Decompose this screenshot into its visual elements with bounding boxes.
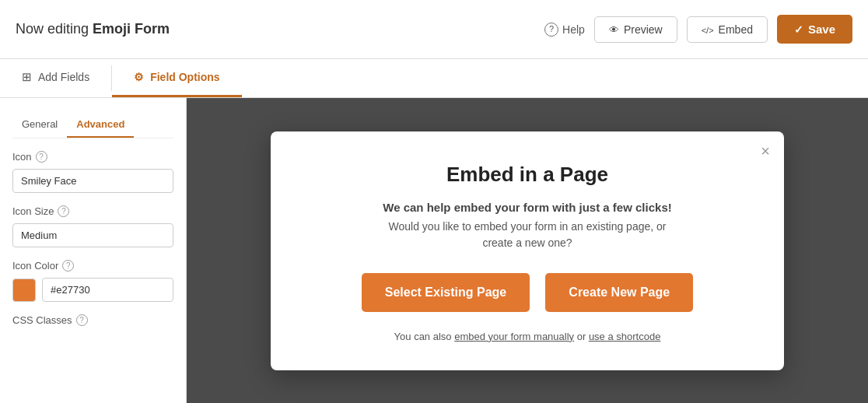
sub-tab-advanced[interactable]: Advanced	[67, 114, 134, 138]
embed-button[interactable]: Embed	[687, 16, 768, 43]
add-fields-label: Add Fields	[38, 71, 89, 83]
color-input-row	[12, 278, 173, 302]
preview-button[interactable]: Preview	[594, 16, 677, 43]
header-actions: Help Preview Embed Save	[544, 15, 852, 44]
sub-tab-general[interactable]: General	[12, 114, 67, 138]
modal-footer: You can also embed your form manually or…	[310, 331, 745, 342]
sub-tabs: General Advanced	[12, 114, 173, 138]
help-button[interactable]: Help	[544, 22, 585, 37]
select-existing-page-button[interactable]: Select Existing Page	[362, 273, 530, 312]
header-title: Now editing Emoji Form	[16, 21, 532, 37]
modal-footer-or: or	[574, 331, 589, 342]
css-classes-field-label: CSS Classes ?	[12, 314, 173, 326]
embed-modal: × Embed in a Page We can help embed your…	[271, 131, 784, 370]
modal-close-button[interactable]: ×	[761, 142, 770, 160]
modal-buttons: Select Existing Page Create New Page	[310, 273, 745, 312]
check-icon	[794, 23, 803, 36]
header: Now editing Emoji Form Help Preview Embe…	[0, 0, 868, 59]
tab-add-fields[interactable]: Add Fields	[0, 59, 111, 97]
help-label: Help	[562, 23, 585, 36]
field-options-label: Field Options	[150, 71, 219, 83]
preview-label: Preview	[624, 23, 663, 36]
code-icon	[702, 23, 714, 36]
icon-field-label: Icon ?	[12, 151, 173, 163]
color-swatch[interactable]	[12, 279, 36, 302]
icon-size-field-label: Icon Size ?	[12, 205, 173, 217]
icon-color-field-label: Icon Color ?	[12, 260, 173, 272]
embed-label: Embed	[719, 23, 753, 36]
icon-help-icon: ?	[36, 151, 47, 163]
css-classes-help-icon: ?	[76, 314, 88, 326]
modal-desc: Would you like to embed your form in an …	[310, 219, 745, 251]
icon-input[interactable]	[12, 169, 173, 193]
modal-title: Embed in a Page	[310, 163, 745, 187]
icon-size-input[interactable]	[12, 223, 173, 247]
grid-icon	[22, 70, 32, 84]
save-button[interactable]: Save	[777, 15, 852, 44]
left-panel: General Advanced Icon ? Icon Size ? Icon…	[0, 98, 187, 403]
sliders-icon	[134, 71, 144, 83]
save-label: Save	[808, 23, 835, 36]
advanced-label: Advanced	[76, 118, 124, 130]
tab-field-options[interactable]: Field Options	[112, 59, 241, 97]
modal-overlay: × Embed in a Page We can help embed your…	[187, 98, 868, 403]
general-label: General	[22, 118, 58, 130]
help-icon	[544, 22, 558, 37]
title-prefix: Now editing	[16, 21, 93, 37]
content-area: General Advanced Icon ? Icon Size ? Icon…	[0, 98, 868, 403]
icon-color-help-icon: ?	[62, 260, 74, 272]
embed-manually-link[interactable]: embed your form manually	[454, 331, 574, 342]
use-shortcode-link[interactable]: use a shortcode	[589, 331, 661, 342]
tabs-bar: Add Fields Field Options	[0, 59, 868, 98]
eye-icon	[609, 23, 619, 36]
modal-subtitle: We can help embed your form with just a …	[310, 201, 745, 214]
right-panel: × Embed in a Page We can help embed your…	[187, 98, 868, 403]
icon-size-help-icon: ?	[58, 205, 69, 217]
modal-footer-text: You can also	[394, 331, 455, 342]
create-new-page-button[interactable]: Create New Page	[545, 273, 693, 312]
title-bold: Emoji Form	[93, 21, 170, 37]
color-input[interactable]	[42, 278, 173, 302]
